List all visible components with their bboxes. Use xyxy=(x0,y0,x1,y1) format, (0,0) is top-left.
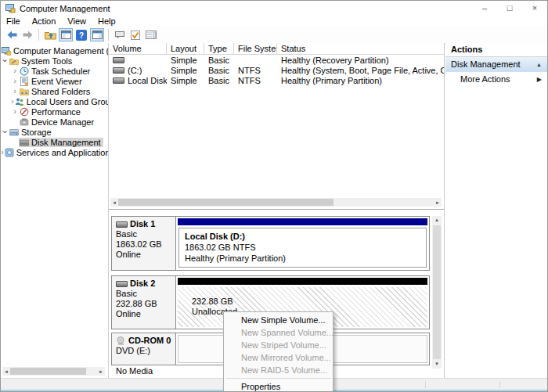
tree-item-services-and-applications[interactable]: › Services and Applications xyxy=(1,147,108,157)
menu-view[interactable]: View xyxy=(67,16,86,26)
tree-item-computer-management[interactable]: Computer Management (Local xyxy=(1,45,108,56)
tree-item-shared-folders[interactable]: › Shared Folders xyxy=(1,86,108,96)
column-type[interactable]: Type xyxy=(204,43,234,54)
column-layout[interactable]: Layout xyxy=(167,43,204,54)
app-icon xyxy=(5,3,16,13)
actions-group-disk-management[interactable]: Disk Management ▲ xyxy=(445,57,547,72)
disk-1-graphic: Local Disk (D:) 1863.02 GB NTFS Healthy … xyxy=(176,217,429,270)
scrollbar-thumb[interactable] xyxy=(118,199,333,206)
tree-item-local-users-and-groups[interactable]: › Local Users and Groups xyxy=(1,96,108,106)
expander-icon[interactable]: › xyxy=(11,97,14,106)
show-action-pane-icon[interactable] xyxy=(90,28,104,41)
back-icon[interactable] xyxy=(5,28,19,41)
menu-item-properties[interactable]: Properties xyxy=(224,380,333,392)
disk-1-label[interactable]: Disk 1 Basic 1863.02 GB Online xyxy=(112,217,176,270)
menu-file[interactable]: File xyxy=(6,16,20,26)
tree-item-label: Local Users and Groups xyxy=(27,97,109,106)
expander-icon[interactable]: › xyxy=(11,77,19,85)
tree-item-label: Performance xyxy=(31,107,81,117)
tree-item-device-manager[interactable]: › Device Manager xyxy=(1,117,108,127)
scroll-left-icon[interactable]: ◄ xyxy=(110,200,118,205)
menu-item-new-mirrored-volume: New Mirrored Volume... xyxy=(224,351,333,364)
title-bar: Computer Management – □ × xyxy=(1,1,547,16)
tree-item-label: Event Viewer xyxy=(31,77,82,86)
tree-item-event-viewer[interactable]: › Event Viewer xyxy=(1,76,108,86)
scroll-right-icon[interactable]: ► xyxy=(434,200,442,205)
volume-list-header: Volume Layout Type File System Status xyxy=(109,43,444,55)
scrollbar-thumb[interactable] xyxy=(433,225,441,359)
partition-title: Local Disk (D:) xyxy=(185,231,426,242)
maximize-button[interactable]: □ xyxy=(497,1,522,16)
volume-row-d[interactable]: Local Disk (D:) Simple Basic NTFS Health… xyxy=(109,75,444,85)
unallocated-context-menu: New Simple Volume... New Spanned Volume.… xyxy=(223,311,333,392)
scroll-down-icon[interactable]: ▼ xyxy=(432,360,442,369)
expander-icon[interactable]: › xyxy=(1,148,4,156)
column-file-system[interactable]: File System xyxy=(234,43,277,54)
popup-window-icon[interactable] xyxy=(113,28,127,41)
tree-item-task-scheduler[interactable]: › Task Scheduler xyxy=(1,66,108,76)
system-tools-icon xyxy=(9,56,19,66)
tree-item-label: Shared Folders xyxy=(31,87,90,96)
tree-item-label: Services and Applications xyxy=(16,148,109,157)
tree-item-storage[interactable]: › Storage xyxy=(1,127,108,137)
computer-icon xyxy=(2,46,11,56)
expander-icon[interactable]: › xyxy=(11,87,19,95)
graphical-view-vertical-scrollbar[interactable]: ▲ ▼ xyxy=(432,216,442,369)
tree-item-system-tools[interactable]: › System Tools xyxy=(1,56,108,66)
minimize-button[interactable]: – xyxy=(472,1,497,16)
menu-help[interactable]: Help xyxy=(98,16,116,26)
performance-icon xyxy=(20,107,29,117)
partition-size: 1863.02 GB NTFS xyxy=(185,242,426,253)
disk-2-label[interactable]: Disk 2 Basic 232.88 GB Online xyxy=(112,276,176,329)
properties-panel-icon[interactable] xyxy=(144,28,158,41)
scroll-right-icon[interactable]: ► xyxy=(97,369,105,374)
cdrom-state: No Media xyxy=(116,366,174,376)
tree-item-performance[interactable]: › Performance xyxy=(1,106,108,117)
checklist-icon[interactable] xyxy=(128,28,142,41)
scroll-up-icon[interactable]: ▲ xyxy=(432,216,442,225)
shared-folders-icon xyxy=(20,87,29,96)
tree-item-disk-management[interactable]: › Disk Management xyxy=(1,137,108,147)
partition-color-bar xyxy=(178,218,427,225)
expander-icon[interactable]: › xyxy=(1,128,9,136)
collapse-icon[interactable]: ▲ xyxy=(536,62,542,67)
volume-row-recovery[interactable]: Simple Basic Healthy (Recovery Partition… xyxy=(109,55,444,65)
forward-icon[interactable] xyxy=(20,28,34,41)
tree-horizontal-scrollbar[interactable]: ◄ ► xyxy=(2,367,105,376)
menu-bar: File Action View Help xyxy=(1,16,547,27)
disk-state: Online xyxy=(116,309,174,319)
disk-icon xyxy=(116,281,128,287)
svg-text:?: ? xyxy=(79,31,84,40)
menu-item-new-simple-volume[interactable]: New Simple Volume... xyxy=(224,314,333,326)
volume-list-horizontal-scrollbar[interactable]: ◄ ► xyxy=(110,198,442,207)
column-status[interactable]: Status xyxy=(277,43,444,54)
partition-d[interactable]: Local Disk (D:) 1863.02 GB NTFS Healthy … xyxy=(178,228,427,268)
disk-state: Online xyxy=(116,250,174,260)
tree-item-label: Computer Management (Local xyxy=(13,46,109,56)
cdrom-kind: DVD (E:) xyxy=(116,346,174,356)
expander-icon[interactable]: › xyxy=(11,67,19,75)
status-bar-divider xyxy=(425,381,426,388)
expander-icon[interactable]: › xyxy=(11,107,19,116)
volume-row-c[interactable]: (C:) Simple Basic NTFS Healthy (System, … xyxy=(109,65,444,75)
menu-item-new-raid5-volume: New RAID-5 Volume... xyxy=(224,364,333,376)
scroll-left-icon[interactable]: ◄ xyxy=(2,369,10,374)
close-button[interactable]: × xyxy=(522,1,547,16)
tree-item-label: Task Scheduler xyxy=(31,67,90,76)
column-volume[interactable]: Volume xyxy=(109,43,167,54)
computer-management-window: Computer Management – □ × File Action Vi… xyxy=(0,0,548,392)
help-icon[interactable]: ? xyxy=(74,28,88,41)
show-console-tree-icon[interactable] xyxy=(59,28,73,41)
more-actions-item[interactable]: More Actions ▶ xyxy=(445,72,547,86)
disk-size: 1863.02 GB xyxy=(116,239,174,250)
scrollbar-thumb[interactable] xyxy=(10,368,86,375)
menu-action[interactable]: Action xyxy=(32,16,56,26)
tree-item-label: Disk Management xyxy=(31,138,101,147)
selected-tree-item: Disk Management xyxy=(19,138,103,147)
up-folder-icon[interactable] xyxy=(43,28,57,41)
cdrom-0-label[interactable]: CD-ROM 0 DVD (E:) No Media xyxy=(112,333,176,365)
window-controls: – □ × xyxy=(472,1,547,16)
disk-icon xyxy=(116,221,128,228)
expander-icon[interactable]: › xyxy=(1,57,9,65)
unallocated-size: 232.88 GB xyxy=(192,297,427,307)
